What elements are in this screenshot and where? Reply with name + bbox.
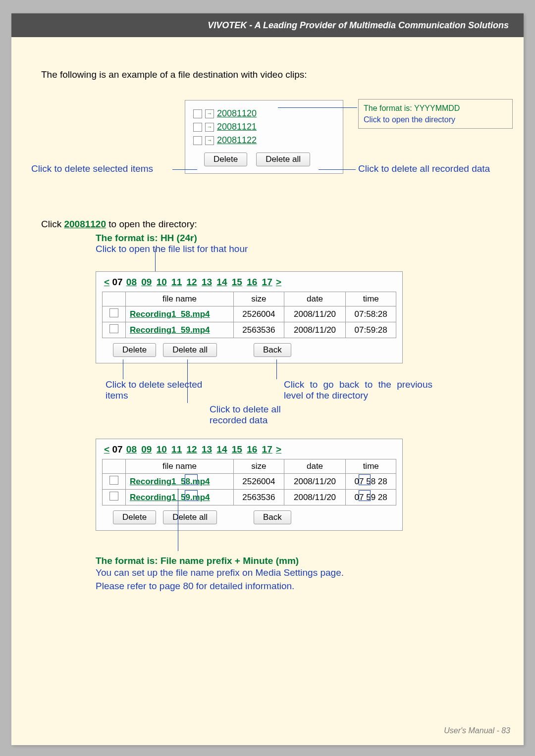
checkbox-icon[interactable] — [109, 308, 118, 317]
hour-link[interactable]: 13 — [202, 277, 212, 287]
date-link[interactable]: 20081120 — [64, 219, 106, 229]
checkbox-icon[interactable] — [109, 492, 118, 501]
folder-arrow-icon[interactable]: → — [205, 123, 214, 132]
dir-row: → 20081121 — [193, 122, 335, 132]
bottom-explanation: The format is: File name prefix + Minute… — [96, 555, 403, 593]
hour-link[interactable]: 08 — [126, 444, 137, 454]
hour-link[interactable]: 13 — [202, 444, 212, 454]
delete-all-button[interactable]: Delete all — [163, 343, 217, 357]
hour-link[interactable]: 11 — [171, 277, 182, 287]
annot-delete-selected: Click to delete selected items — [31, 163, 153, 174]
folder-arrow-icon[interactable]: → — [205, 136, 214, 145]
folder-arrow-icon[interactable]: → — [205, 109, 214, 118]
hour-link[interactable]: 14 — [216, 277, 227, 287]
header-bar: VIVOTEK - A Leading Provider of Multimed… — [11, 13, 524, 37]
hour-link[interactable]: 09 — [141, 277, 152, 287]
hour-link[interactable]: 17 — [262, 444, 272, 454]
table-row: Recording1_58.mp4 2526004 2008/11/20 07 … — [103, 474, 396, 490]
prev-hour[interactable]: < — [104, 444, 109, 454]
next-hour[interactable]: > — [276, 444, 281, 454]
hour-nav: < 07 08 09 10 11 12 13 14 15 16 17 > — [102, 444, 396, 455]
dir-link[interactable]: 20081121 — [217, 122, 257, 132]
file-table: file name size date time Recording1_58.m… — [102, 292, 396, 338]
dir-link[interactable]: 20081122 — [217, 135, 257, 146]
hour-link[interactable]: 12 — [187, 444, 197, 454]
file-listing-box-2: < 07 08 09 10 11 12 13 14 15 16 17 > fil… — [96, 439, 403, 531]
table-row: Recording1_59.mp4 2563536 2008/11/20 07:… — [103, 322, 396, 338]
delete-button[interactable]: Delete — [113, 510, 156, 524]
hour-link[interactable]: 12 — [187, 277, 197, 287]
delete-button[interactable]: Delete — [113, 343, 156, 357]
dir-link[interactable]: 20081120 — [217, 108, 257, 119]
prev-hour[interactable]: < — [104, 277, 109, 287]
hour-link[interactable]: 14 — [216, 444, 227, 454]
delete-all-button[interactable]: Delete all — [256, 152, 310, 166]
hour-link[interactable]: 17 — [262, 277, 272, 287]
delete-button[interactable]: Delete — [204, 152, 247, 166]
checkbox-icon[interactable] — [193, 123, 202, 132]
directory-box: → 20081120 → 20081121 → 20081122 Delete … — [185, 100, 343, 174]
file-link[interactable]: Recording1_58.mp4 — [130, 309, 210, 319]
checkbox-icon[interactable] — [193, 109, 202, 118]
file-listing-box: < 07 08 09 10 11 12 13 14 15 16 17 > — [96, 271, 403, 363]
hour-link[interactable]: 10 — [157, 444, 167, 454]
checkbox-icon[interactable] — [193, 136, 202, 145]
delete-all-button[interactable]: Delete all — [163, 510, 217, 524]
hour-link[interactable]: 16 — [247, 277, 257, 287]
header-text: VIVOTEK - A Leading Provider of Multimed… — [208, 20, 509, 31]
checkbox-icon[interactable] — [109, 324, 118, 333]
hour-link[interactable]: 15 — [232, 277, 242, 287]
hour-nav: < 07 08 09 10 11 12 13 14 15 16 17 > — [102, 277, 396, 288]
click-open-text: Click 20081120 to open the directory: — [41, 219, 494, 230]
back-button[interactable]: Back — [254, 343, 291, 357]
annot-delete-all: Click to delete all recorded data — [358, 163, 490, 174]
file-link[interactable]: Recording1_59.mp4 — [130, 493, 210, 502]
back-button[interactable]: Back — [254, 510, 291, 524]
checkbox-icon[interactable] — [109, 476, 118, 485]
hour-link[interactable]: 16 — [247, 444, 257, 454]
dir-row: → 20081122 — [193, 135, 335, 146]
table-row: Recording1_59.mp4 2563536 2008/11/20 07 … — [103, 490, 396, 505]
file-annotations: Click to delete selected items Click to … — [96, 369, 403, 419]
next-hour[interactable]: > — [276, 277, 281, 287]
file-table: file name size date time Recording1_58.m… — [102, 459, 396, 505]
annot-format-box: The format is: YYYYMMDD Click to open th… — [358, 99, 513, 129]
table-row: Recording1_58.mp4 2526004 2008/11/20 07:… — [103, 306, 396, 322]
hour-link[interactable]: 08 — [126, 277, 137, 287]
dir-row: → 20081120 — [193, 108, 335, 119]
file-link[interactable]: Recording1_59.mp4 — [130, 325, 210, 335]
intro-text: The following is an example of a file de… — [41, 69, 494, 80]
hour-link[interactable]: 10 — [157, 277, 167, 287]
file-link[interactable]: Recording1_58.mp4 — [130, 477, 210, 486]
footer: User's Manual - 83 — [444, 726, 510, 735]
hour-link[interactable]: 15 — [232, 444, 242, 454]
hour-link[interactable]: 11 — [171, 444, 182, 454]
hour-link[interactable]: 09 — [141, 444, 152, 454]
